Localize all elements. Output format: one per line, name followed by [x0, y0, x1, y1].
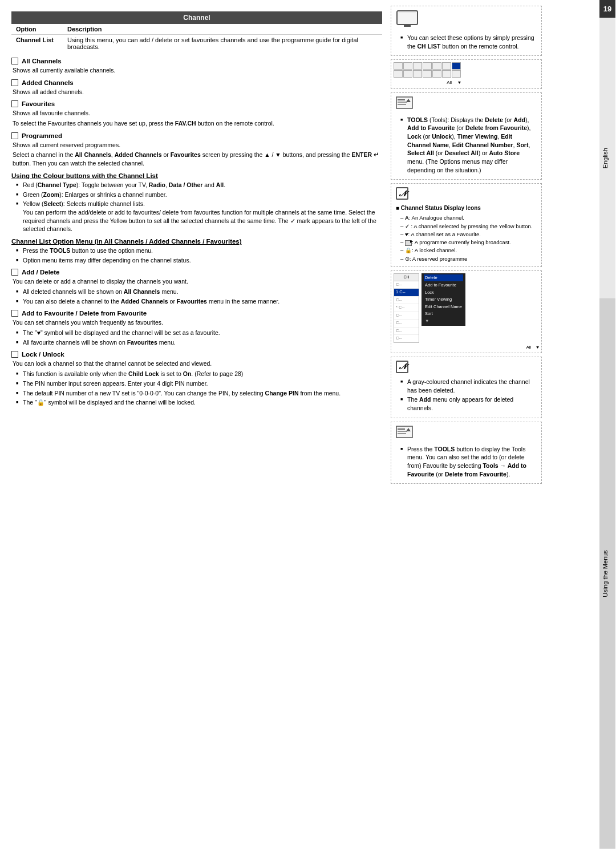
sidebar-box-chgrid: All ♥	[391, 59, 542, 88]
colour-bullet-3: Yellow (Select): Selects multiple channe…	[16, 200, 382, 233]
programmed-heading: Programmed	[11, 132, 382, 139]
checkbox-icon-6	[11, 310, 18, 317]
add-delete-bullet-1: All deleted channels will be shown on Al…	[16, 288, 382, 296]
tv-icon	[396, 10, 537, 30]
checkbox-icon-2	[11, 79, 18, 86]
colour-buttons-heading: Using the Colour buttons with the Channe…	[11, 172, 382, 179]
sidebar-box-tools: TOOLS (Tools): Displays the Delete (or A…	[391, 92, 542, 180]
status-icons-list: – A: An Analogue channel. – ✓ : A channe…	[396, 214, 537, 263]
lock-unlock-bullets: This function is available only when the…	[11, 370, 382, 407]
add-delete-heading: Add / Delete	[11, 269, 382, 276]
checkbox-icon-3	[11, 100, 18, 107]
gray-note-1: A gray-coloured channel indicates the ch…	[400, 378, 537, 394]
checkbox-icon-4	[11, 132, 18, 139]
checkbox-icon-7	[11, 351, 18, 358]
svg-rect-1	[404, 25, 411, 27]
option-menu-heading: Channel List Option Menu (in All Channel…	[11, 238, 382, 245]
sidebar-box-tools2: Press the TOOLS button to display the To…	[391, 422, 542, 484]
note-icon-2: 𝒩	[396, 361, 537, 375]
colour-bullet-2: Green (Zoom): Enlarges or shrinks a chan…	[16, 191, 382, 199]
lock-bullet-1: This function is available only when the…	[16, 370, 382, 378]
programmed-desc1: Shows all current reserved programmes.	[11, 141, 382, 149]
favourites-heading: Favourites	[11, 100, 382, 107]
row1-desc: Using this menu, you can add / delete or…	[63, 35, 382, 52]
added-channels-desc: Shows all added channels.	[11, 88, 382, 96]
svg-rect-0	[397, 11, 418, 25]
tools-icon-2	[396, 426, 537, 443]
add-favourite-desc: You can set channels you watch frequentl…	[11, 318, 382, 327]
channel-table: Channel Option Description Channel List …	[11, 11, 382, 52]
tools-note: TOOLS (Tools): Displays the Delete (or A…	[400, 116, 537, 175]
gray-note-2: The Add menu only appears for deleted ch…	[400, 395, 537, 412]
option-bullet-2: Option menu items may differ depending o…	[16, 256, 382, 265]
tools2-note: Press the TOOLS button to display the To…	[400, 445, 537, 479]
add-delete-desc: You can delete or add a channel to displ…	[11, 277, 382, 286]
lock-bullet-2: The PIN number input screen appears. Ent…	[16, 379, 382, 388]
programmed-desc2: Select a channel in the All Channels, Ad…	[11, 151, 382, 167]
all-channels-desc: Shows all currently available channels.	[11, 66, 382, 75]
option-bullet-1: Press the TOOLS button to use the option…	[16, 246, 382, 255]
sidebar-box-status-icons: 𝒩 ■ Channel Status Display Icons – A: An…	[391, 183, 542, 267]
right-sidebar: You can select these options by simply p…	[388, 0, 548, 849]
add-fav-bullet-2: All favourite channels will be shown on …	[16, 338, 382, 347]
lock-unlock-heading: Lock / Unlock	[11, 351, 382, 358]
page-label-using: Using the Menus	[599, 298, 615, 849]
row1-option: Channel List	[11, 35, 63, 52]
page-tab: 19 English Using the Menus	[599, 0, 616, 849]
add-delete-bullet-2: You can also delete a channel to the Add…	[16, 297, 382, 306]
add-favourite-heading: Add to Favourite / Delete from Favourite	[11, 310, 382, 317]
checkbox-icon-5	[11, 269, 18, 276]
colour-bullet-1: Red (Channel Type): Toggle between your …	[16, 181, 382, 189]
lock-bullet-4: The "🔒" symbol will be displayed and the…	[16, 398, 382, 407]
sidebar-box-chlist: You can select these options by simply p…	[391, 6, 542, 56]
tools-icon	[396, 96, 537, 114]
chlist-note: You can select these options by simply p…	[400, 34, 537, 50]
col1-header: Option	[11, 24, 63, 35]
svg-rect-8	[396, 426, 412, 438]
checkbox-icon	[11, 58, 18, 64]
note-icon: 𝒩	[396, 187, 537, 202]
sidebar-box-delete-illustration: CH C-- 1 C-- C-- * C-- C-- C-- C-- C-- D…	[391, 270, 542, 353]
page-number: 19	[599, 0, 615, 18]
table-header: Channel	[11, 11, 382, 24]
status-icons-heading: ■ Channel Status Display Icons	[396, 204, 537, 212]
svg-rect-3	[396, 97, 412, 108]
add-delete-bullets: All deleted channels will be shown on Al…	[11, 288, 382, 305]
sidebar-box-gray-note: 𝒩 A gray-coloured channel indicates the …	[391, 357, 542, 418]
main-content: Channel Option Description Channel List …	[0, 0, 388, 849]
added-channels-heading: Added Channels	[11, 79, 382, 86]
lock-bullet-3: The default PIN number of a new TV set i…	[16, 389, 382, 398]
favourites-desc1: Shows all favourite channels.	[11, 109, 382, 118]
col2-header: Description	[63, 24, 382, 35]
colour-bullets: Red (Channel Type): Toggle between your …	[11, 181, 382, 233]
page-label-english: English	[599, 18, 615, 298]
add-favourite-bullets: The "♥" symbol will be displayed and the…	[11, 329, 382, 346]
favourites-desc2: To select the Favourites channels you ha…	[11, 119, 382, 128]
all-channels-heading: All Channels	[11, 58, 382, 64]
add-fav-bullet-1: The "♥" symbol will be displayed and the…	[16, 329, 382, 337]
lock-unlock-desc: You can lock a channel so that the chann…	[11, 359, 382, 368]
option-menu-bullets: Press the TOOLS button to use the option…	[11, 246, 382, 264]
